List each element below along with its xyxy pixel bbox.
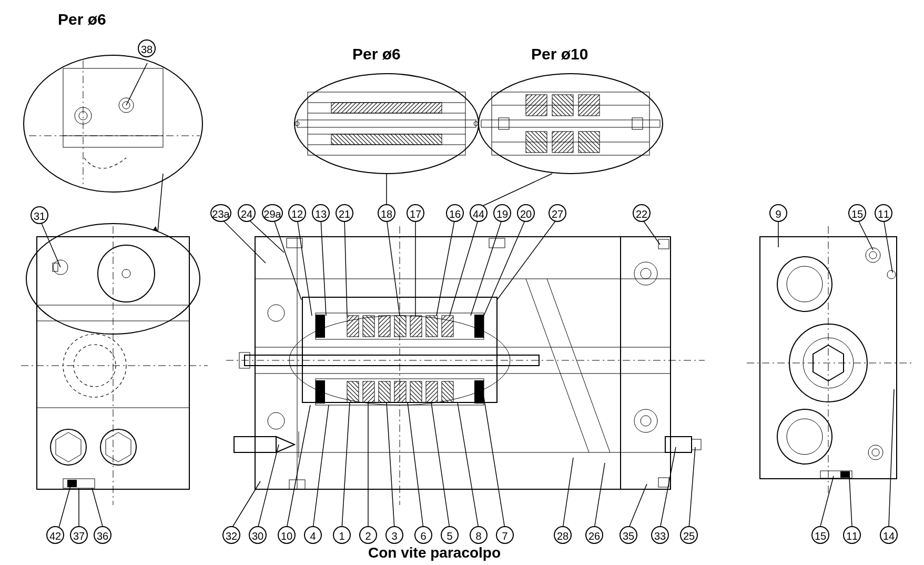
svg-rect-41 — [331, 134, 442, 145]
svg-rect-53 — [526, 132, 547, 153]
callout-38: 38 — [138, 39, 156, 57]
t1-dia: ø — [88, 11, 97, 28]
svg-rect-92 — [426, 316, 438, 337]
svg-rect-83 — [316, 315, 325, 338]
callout-10: 10 — [278, 526, 296, 544]
svg-rect-55 — [578, 132, 600, 153]
svg-rect-97 — [394, 381, 406, 402]
callout-12: 12 — [288, 204, 306, 222]
svg-marker-21 — [56, 432, 81, 462]
svg-line-132 — [408, 402, 423, 529]
svg-line-111 — [221, 218, 266, 263]
svg-point-142 — [777, 257, 832, 311]
callout-30: 30 — [249, 526, 267, 544]
callout-17: 17 — [407, 204, 424, 222]
callout-44: 44 — [470, 204, 488, 222]
svg-point-152 — [868, 445, 883, 460]
callout-5: 5 — [441, 526, 459, 544]
svg-line-120 — [450, 218, 479, 316]
svg-point-153 — [872, 449, 879, 456]
svg-rect-56 — [481, 120, 660, 127]
callout-15-top: 15 — [848, 204, 866, 222]
svg-rect-98 — [410, 381, 422, 402]
t1-pre: Per — [58, 11, 88, 28]
callout-29a: 29a — [262, 204, 283, 222]
svg-line-127 — [287, 405, 310, 529]
callout-33: 33 — [651, 526, 669, 544]
svg-line-116 — [344, 218, 347, 316]
svg-rect-96 — [379, 381, 390, 402]
svg-point-66 — [268, 412, 285, 429]
callout-22: 22 — [633, 204, 651, 222]
svg-point-71 — [641, 416, 651, 426]
callout-23a: 23a — [210, 204, 231, 222]
svg-point-68 — [634, 262, 657, 285]
svg-rect-106 — [665, 437, 692, 452]
callout-13: 13 — [312, 204, 330, 222]
svg-rect-25 — [67, 480, 77, 487]
svg-rect-84 — [474, 315, 484, 338]
callout-11-top: 11 — [875, 204, 892, 222]
svg-point-70 — [634, 409, 657, 432]
callout-21: 21 — [336, 204, 353, 222]
svg-line-129 — [342, 402, 350, 529]
ta-pre: Per — [352, 45, 382, 63]
svg-line-79 — [547, 279, 610, 452]
svg-rect-73 — [658, 478, 669, 487]
svg-point-14 — [122, 269, 130, 278]
callout-28: 28 — [554, 526, 572, 544]
svg-line-114 — [297, 218, 312, 316]
svg-line-161 — [820, 476, 834, 526]
svg-line-124 — [642, 218, 660, 245]
svg-line-135 — [484, 397, 505, 529]
svg-rect-67 — [621, 237, 671, 489]
svg-rect-40 — [331, 103, 442, 113]
svg-line-119 — [436, 218, 455, 316]
callout-35: 35 — [620, 526, 637, 544]
svg-point-13 — [98, 245, 155, 302]
svg-point-0 — [24, 55, 202, 192]
callout-16: 16 — [446, 204, 464, 222]
ta-dia: ø — [382, 45, 392, 63]
svg-rect-90 — [394, 316, 406, 337]
svg-line-31 — [58, 484, 71, 531]
svg-rect-99 — [426, 381, 438, 402]
svg-line-115 — [321, 218, 326, 316]
svg-rect-107 — [692, 439, 701, 450]
svg-rect-57 — [499, 118, 509, 129]
svg-rect-50 — [526, 95, 547, 116]
svg-point-69 — [641, 268, 651, 279]
callout-42: 42 — [46, 526, 64, 544]
svg-point-34 — [295, 74, 479, 174]
svg-rect-58 — [632, 118, 643, 129]
svg-point-18 — [74, 345, 116, 387]
svg-line-159 — [857, 218, 873, 250]
svg-point-146 — [887, 270, 896, 279]
svg-line-122 — [484, 218, 526, 316]
callout-27: 27 — [549, 204, 566, 222]
svg-line-163 — [889, 389, 894, 526]
svg-rect-89 — [379, 316, 390, 337]
svg-line-33 — [92, 488, 103, 526]
callout-24: 24 — [238, 204, 256, 222]
svg-line-139 — [660, 447, 676, 529]
svg-line-9 — [126, 63, 147, 105]
svg-rect-87 — [347, 316, 359, 337]
svg-rect-85 — [316, 380, 325, 403]
svg-line-128 — [313, 405, 329, 529]
svg-line-126 — [258, 445, 279, 529]
callout-8: 8 — [470, 526, 488, 544]
svg-line-131 — [387, 402, 394, 529]
svg-rect-94 — [347, 381, 359, 402]
svg-rect-62 — [489, 238, 505, 248]
svg-line-160 — [884, 218, 892, 273]
svg-point-150 — [777, 409, 832, 464]
callout-1: 1 — [333, 526, 351, 544]
callout-20: 20 — [517, 204, 535, 222]
svg-rect-52 — [578, 95, 600, 116]
svg-line-123 — [497, 218, 557, 300]
svg-line-30 — [40, 221, 60, 267]
svg-rect-93 — [442, 316, 453, 337]
callout-36: 36 — [94, 526, 111, 544]
svg-rect-60 — [255, 237, 671, 489]
